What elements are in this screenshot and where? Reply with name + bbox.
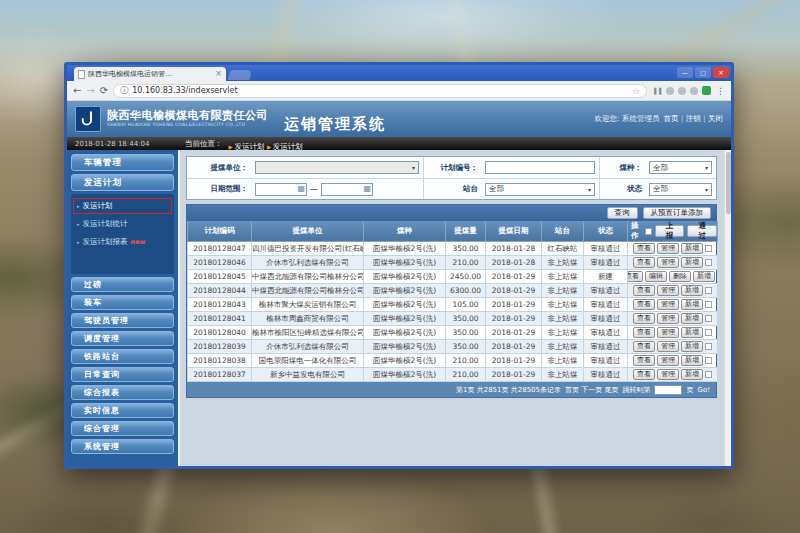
approve-button[interactable]: 通过	[687, 225, 717, 237]
header-link-首页[interactable]: 首页	[663, 114, 678, 123]
chrome-menu-icon[interactable]: ⋮	[716, 86, 725, 96]
extension-icon[interactable]	[678, 87, 686, 95]
date-from-input[interactable]: ▦	[255, 183, 307, 196]
extension-icon[interactable]	[690, 87, 698, 95]
row-button-查看[interactable]: 查看	[633, 327, 655, 339]
forward-icon[interactable]: →	[86, 86, 94, 96]
row-button-新增[interactable]: 新增	[681, 355, 703, 367]
window-close-button[interactable]: ✕	[713, 67, 729, 78]
row-button-管理[interactable]: 管理	[657, 313, 679, 325]
address-bar[interactable]: ⓘ 10.160.83.33/indexservlet ☆	[113, 84, 647, 98]
row-button-查看[interactable]: 查看	[633, 299, 655, 311]
row-checkbox[interactable]	[705, 315, 712, 322]
scrollbar-thumb[interactable]	[726, 152, 731, 214]
row-button-删除[interactable]: 删除	[669, 271, 691, 283]
row-button-查看[interactable]: 查看	[628, 271, 644, 283]
row-button-查看[interactable]: 查看	[633, 257, 655, 269]
sidebar-section-装车[interactable]: 装车	[71, 295, 174, 310]
sidebar-section-驾驶员管理[interactable]: 驾驶员管理	[71, 313, 174, 328]
jump-page-input[interactable]	[654, 385, 682, 395]
row-button-新增[interactable]: 新增	[681, 299, 703, 311]
sidebar-section-过磅[interactable]: 过磅	[71, 277, 174, 292]
row-button-新增[interactable]: 新增	[681, 285, 703, 297]
query-button[interactable]: 查询	[607, 207, 638, 219]
tab-close-icon[interactable]: ×	[215, 70, 222, 78]
row-checkbox[interactable]	[705, 259, 712, 266]
sidebar-section-铁路站台[interactable]: 铁路站台	[71, 349, 174, 364]
row-button-查看[interactable]: 查看	[633, 313, 655, 325]
sidebar-section-调度管理[interactable]: 调度管理	[71, 331, 174, 346]
row-button-管理[interactable]: 管理	[657, 369, 679, 381]
back-icon[interactable]: ←	[73, 86, 81, 96]
calendar-icon[interactable]: ▦	[297, 185, 306, 193]
row-checkbox[interactable]	[705, 371, 712, 378]
refresh-icon[interactable]: ⟳	[100, 86, 108, 96]
select-all-checkbox[interactable]	[645, 228, 652, 235]
row-button-查看[interactable]: 查看	[633, 369, 655, 381]
row-button-管理[interactable]: 管理	[657, 355, 679, 367]
date-to-input[interactable]: ▦	[321, 183, 373, 196]
sidebar-item-发运计划报表[interactable]: ▸发运计划报表new	[73, 234, 172, 250]
browser-titlebar[interactable]: 陕西华电榆横煤电运销管… × — ▢ ✕	[67, 65, 731, 81]
cell-quantity: 210.00	[446, 256, 486, 270]
row-checkbox[interactable]	[705, 287, 712, 294]
coal-unit-select[interactable]: ▾	[255, 161, 419, 174]
sidebar-item-发运计划[interactable]: ▸发运计划	[73, 198, 172, 214]
row-checkbox[interactable]	[705, 343, 712, 350]
header-link-关闭[interactable]: 关闭	[708, 114, 723, 123]
header-link-注销[interactable]: 注销	[686, 114, 701, 123]
row-button-新增[interactable]: 新增	[681, 257, 703, 269]
sidebar-section-实时信息[interactable]: 实时信息	[71, 403, 174, 418]
row-button-管理[interactable]: 管理	[657, 257, 679, 269]
row-button-管理[interactable]: 管理	[657, 285, 679, 297]
site-info-icon[interactable]: ⓘ	[120, 85, 128, 96]
sidebar-section-系统管理[interactable]: 系统管理	[71, 439, 174, 454]
sidebar-section-日常查询[interactable]: 日常查询	[71, 367, 174, 382]
bookmark-star-icon[interactable]: ☆	[632, 86, 640, 96]
sidebar-section-车辆管理[interactable]: 车辆管理	[71, 154, 174, 171]
row-button-新增[interactable]: 新增	[693, 271, 715, 283]
window-maximize-button[interactable]: ▢	[695, 67, 711, 78]
content-scrollbar[interactable]	[724, 150, 731, 466]
row-button-新增[interactable]: 新增	[681, 341, 703, 353]
go-button[interactable]: Go!	[697, 386, 710, 394]
row-button-查看[interactable]: 查看	[633, 341, 655, 353]
row-button-新增[interactable]: 新增	[681, 313, 703, 325]
add-from-preset-button[interactable]: 从预置订单添加	[643, 207, 712, 219]
status-select[interactable]: 全部 ▾	[649, 183, 712, 196]
row-button-新增[interactable]: 新增	[681, 243, 703, 255]
sidebar-section-综合管理[interactable]: 综合管理	[71, 421, 174, 436]
row-checkbox[interactable]	[705, 357, 712, 364]
plan-no-input[interactable]	[485, 161, 595, 174]
row-button-查看[interactable]: 查看	[633, 355, 655, 367]
extension-green-icon[interactable]	[702, 86, 711, 95]
row-checkbox[interactable]	[705, 329, 712, 336]
sidebar-item-发运计划统计[interactable]: ▸发运计划统计	[73, 216, 172, 232]
coal-type-select[interactable]: 全部 ▾	[649, 161, 712, 174]
window-minimize-button[interactable]: —	[677, 67, 693, 78]
row-button-管理[interactable]: 管理	[657, 341, 679, 353]
calendar-icon[interactable]: ▦	[363, 185, 372, 193]
sidebar-section-发运计划[interactable]: 发运计划	[71, 174, 174, 191]
row-button-管理[interactable]: 管理	[657, 327, 679, 339]
row-button-新增[interactable]: 新增	[681, 369, 703, 381]
row-checkbox[interactable]	[705, 245, 712, 252]
extension-pause-icon[interactable]: ❚❚	[652, 87, 662, 95]
row-button-编辑[interactable]: 编辑	[645, 271, 667, 283]
extension-icon[interactable]	[666, 87, 674, 95]
browser-tab[interactable]: 陕西华电榆横煤电运销管… ×	[74, 67, 226, 81]
row-button-查看[interactable]: 查看	[633, 285, 655, 297]
row-button-查看[interactable]: 查看	[633, 243, 655, 255]
pagination-link-下一页[interactable]: 下一页	[581, 386, 604, 394]
row-button-管理[interactable]: 管理	[657, 299, 679, 311]
row-button-新增[interactable]: 新增	[681, 327, 703, 339]
report-button[interactable]: 上报	[655, 225, 685, 237]
new-tab-button[interactable]	[227, 70, 252, 80]
row-checkbox[interactable]	[717, 273, 718, 280]
sidebar-section-综合报表[interactable]: 综合报表	[71, 385, 174, 400]
station-select[interactable]: 全部 ▾	[485, 183, 595, 196]
row-button-管理[interactable]: 管理	[657, 243, 679, 255]
row-checkbox[interactable]	[705, 301, 712, 308]
pagination-link-首页[interactable]: 首页	[565, 386, 581, 394]
pagination-link-尾页[interactable]: 尾页	[604, 386, 618, 394]
